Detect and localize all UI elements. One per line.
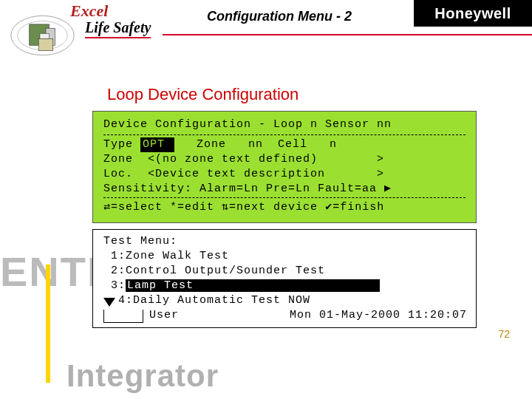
lcd-line-2-prefix: Type xyxy=(103,137,140,152)
test-menu-display: Test Menu: 1:Zone Walk Test 2:Control Ou… xyxy=(92,229,477,328)
down-arrow-icon xyxy=(103,298,115,307)
lcd-line-2: Type OPT Zone nn Cell n xyxy=(103,137,466,152)
bg-watermark-integrator: Integrator xyxy=(66,358,219,394)
test-menu-item-2: 2:Control Output/Sounder Test xyxy=(103,264,467,279)
brand-sub: Life Safety xyxy=(85,19,151,38)
test-item3-selected: Lamp Test xyxy=(126,279,380,292)
arrow-right-icon: ▶ xyxy=(384,182,392,197)
lcd-line-6-a: =select *=edit xyxy=(111,200,222,215)
svg-rect-5 xyxy=(40,33,49,38)
test-menu-item-4-row: 4:Daily Automatic Test NOW xyxy=(103,293,467,308)
lcd-line-6-b: =next device xyxy=(229,200,325,215)
lcd-line-2-suffix: Zone nn Cell n xyxy=(174,137,337,152)
vendor-badge: Honeywell xyxy=(414,0,532,27)
test-menu-footer: UserMon 01-May-2000 11:20:07 xyxy=(103,308,467,323)
page-title: Configuration Menu - 2 xyxy=(207,9,352,24)
lcd-line-4: Loc. <Device text description > xyxy=(103,167,466,182)
test-item3-prefix: 3: xyxy=(103,279,126,292)
page-number: 72 xyxy=(498,328,510,340)
lcd-line-6-c: =finish xyxy=(332,200,384,215)
brand-block: Excel Life Safety xyxy=(70,1,151,38)
lcd-type-selected: OPT xyxy=(140,137,174,152)
test-footer-datetime: Mon 01-May-2000 11:20:07 xyxy=(290,308,467,323)
lcd-line-3: Zone <(no zone text defined) > xyxy=(103,152,466,167)
lcd-divider xyxy=(103,134,466,135)
test-footer-user: User xyxy=(149,308,179,323)
left-right-arrows-icon: ⇄ xyxy=(103,200,111,215)
lcd-divider xyxy=(103,197,466,198)
lcd-line-1: Device Configuration - Loop n Sensor nn xyxy=(103,117,466,132)
test-menu-item-1: 1:Zone Walk Test xyxy=(103,249,467,264)
up-down-arrows-icon: ⇅ xyxy=(222,200,229,215)
brand-top: Excel xyxy=(70,1,151,21)
test-menu-item-3: 3:Lamp Test xyxy=(103,279,467,293)
lcd-display: Device Configuration - Loop n Sensor nn … xyxy=(92,111,477,223)
lcd-line-5: Sensitivity: Alarm=Ln Pre=Ln Fault=aa ▶ xyxy=(103,182,466,197)
test-menu-item-4: 4:Daily Automatic Test NOW xyxy=(118,293,310,308)
product-illustration xyxy=(7,6,78,65)
header-divider xyxy=(163,34,532,35)
check-icon: ✔ xyxy=(325,200,332,215)
lcd-line-5-text: Sensitivity: Alarm=Ln Pre=Ln Fault=aa xyxy=(103,182,384,197)
header: Excel Life Safety Configuration Menu - 2… xyxy=(0,0,532,37)
bracket-icon xyxy=(103,310,143,323)
section-title: Loop Device Configuration xyxy=(107,85,299,104)
svg-rect-4 xyxy=(38,38,53,50)
lcd-line-6: ⇄=select *=edit ⇅=next device ✔=finish xyxy=(103,200,466,215)
bg-accent-line xyxy=(46,265,50,383)
test-menu-title: Test Menu: xyxy=(103,234,467,249)
